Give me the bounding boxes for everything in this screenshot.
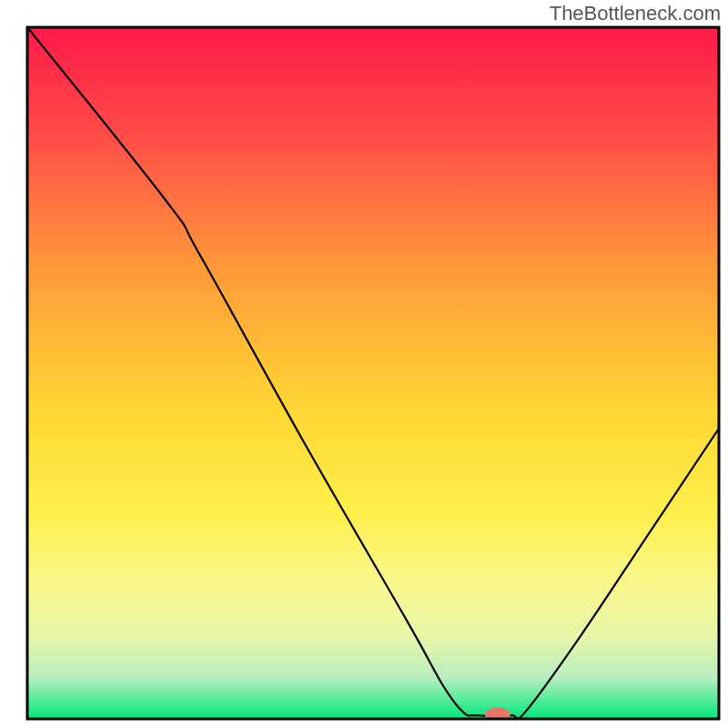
watermark-text: TheBottleneck.com (550, 2, 721, 25)
gradient-background (27, 27, 719, 719)
bottleneck-chart (0, 0, 728, 728)
chart-container: TheBottleneck.com (0, 0, 728, 728)
